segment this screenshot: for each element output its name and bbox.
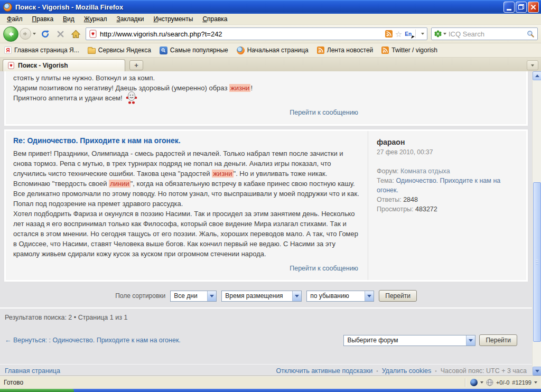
extension-sphere-icon[interactable]: [470, 379, 478, 386]
goto-message-link-2[interactable]: Перейти к сообщению: [290, 265, 358, 272]
menu-history[interactable]: Журнал: [79, 14, 112, 24]
meta-topic: Тема: Одиночество. Приходите к нам на ог…: [377, 176, 521, 195]
menu-view[interactable]: Вид: [58, 14, 79, 24]
bookmark-twitter-vigorish[interactable]: Twitter / vigorish: [381, 46, 437, 54]
post-date: 27 фев 2010, 00:37: [377, 148, 521, 156]
menu-bookmarks[interactable]: Закладки: [112, 14, 149, 24]
search-bar[interactable]: [431, 27, 538, 40]
new-tab-button[interactable]: +: [129, 60, 143, 70]
scrollbar-thumb[interactable]: [533, 182, 541, 342]
footer-delete-cookies-link[interactable]: Удалить cookies: [382, 367, 432, 375]
forward-arrow-icon: [22, 31, 29, 37]
post-counter: #12199: [512, 379, 531, 386]
select-arrow-button[interactable]: [292, 291, 301, 301]
webpage: стоять у плиты не нужно. Воткнул и за ко…: [0, 71, 532, 376]
home-icon: [71, 29, 81, 39]
separator: [465, 378, 465, 387]
topic-link[interactable]: Одиночество. Приходите к нам на огонек.: [377, 177, 500, 194]
post2-body: Re: Одиночество. Приходите к нам на огон…: [6, 131, 368, 280]
bookmark-news-feed[interactable]: Лента новостей: [317, 46, 374, 54]
status-text: Готово: [4, 379, 23, 386]
bookmark-start-page[interactable]: Начальная страница: [237, 46, 309, 54]
post2-sidebar: фараон 27 фев 2010, 00:37 Форум: Комната…: [368, 131, 526, 280]
scroll-up-button[interactable]: [533, 71, 541, 80]
menu-help[interactable]: Справка: [198, 14, 232, 24]
vote-counter: +0/-0: [496, 379, 509, 386]
post2-paragraph-2: Хотел подбодрить Фариза и окунулся в поэ…: [13, 209, 363, 259]
chevron-up-icon: [535, 74, 539, 77]
firefox-icon: [237, 46, 245, 54]
search-go-icon[interactable]: [527, 30, 535, 38]
stop-button[interactable]: [54, 27, 67, 40]
scroll-down-button[interactable]: [533, 367, 541, 376]
return-to-topic-link[interactable]: ← Вернуться: : Одиночество. Приходите к …: [5, 337, 181, 344]
footer-home-link[interactable]: Главная страница: [5, 367, 60, 375]
popular-magnifier-icon: [160, 46, 167, 54]
history-dropdown-caret[interactable]: [33, 33, 36, 35]
urlbar-separator: [415, 30, 416, 38]
goto-message-link-1[interactable]: Перейти к сообщению: [290, 109, 358, 116]
menu-edit[interactable]: Правка: [27, 14, 59, 24]
menu-file[interactable]: Файл: [2, 14, 27, 24]
bookmark-star-icon[interactable]: ☆: [395, 30, 402, 38]
tab-search-vigorish[interactable]: Поиск - Vigorish: [3, 59, 125, 71]
meta-views: Просмотры: 483272: [377, 204, 521, 214]
select-arrow-button[interactable]: [365, 291, 374, 301]
select-arrow-button[interactable]: [466, 335, 475, 346]
url-dropdown-caret[interactable]: [421, 33, 424, 35]
rss-subscribe-icon[interactable]: [385, 30, 393, 38]
vertical-scrollbar[interactable]: [532, 71, 541, 376]
list-all-tabs-button[interactable]: [527, 60, 538, 70]
bookmark-yandex-services[interactable]: Сервисы Яндекса: [88, 46, 151, 54]
forum-link[interactable]: Комната отдыха: [400, 167, 450, 175]
sort-go-button[interactable]: Перейти: [379, 290, 417, 302]
url-bar[interactable]: ☆ En: [86, 27, 427, 40]
minimize-button[interactable]: [503, 2, 515, 13]
forward-button[interactable]: [20, 28, 31, 40]
windows-taskbar-edge: [0, 389, 541, 392]
sort-controls: Поле сортировки Все дни Время размещения…: [0, 285, 532, 307]
globe-icon[interactable]: [486, 379, 493, 386]
restore-button[interactable]: [516, 2, 527, 13]
sort-days-select[interactable]: Все дни: [170, 291, 217, 302]
rss-icon: [317, 46, 324, 54]
footer-disable-hints-link[interactable]: Отключить активные подсказки: [276, 367, 373, 375]
search-input[interactable]: [449, 30, 527, 38]
forum-jump-select[interactable]: Выберите форум: [343, 335, 475, 346]
restore-icon: [518, 4, 524, 10]
bookmarks-toolbar: Я Главная страница Я... Сервисы Яндекса …: [0, 43, 541, 58]
return-row: ← Вернуться: : Одиночество. Приходите к …: [0, 321, 532, 346]
icq-engine-icon[interactable]: [434, 30, 442, 38]
bookmark-most-popular[interactable]: Самые популярные: [160, 46, 228, 54]
post2-paragraph-1: Вем привет! Праздники, Олимпиада - смесь…: [13, 148, 363, 209]
search-engine-caret[interactable]: [443, 33, 446, 35]
tab-title: Поиск - Vigorish: [18, 62, 68, 69]
chevron-down-icon[interactable]: [480, 381, 483, 384]
close-button[interactable]: [528, 2, 539, 13]
footer-timezone: Часовой пояс: UTC + 3 часа: [441, 367, 527, 375]
meta-forum: Форум: Комната отдыха: [377, 166, 521, 176]
post2-title-link[interactable]: Re: Одиночество. Приходите к нам на огон…: [13, 136, 181, 146]
back-button[interactable]: [3, 26, 18, 42]
sort-field-select[interactable]: Время размещения: [221, 291, 302, 302]
post1-line2: Ударим позитивом по негативу! Даешь здор…: [13, 83, 363, 93]
chevron-down-icon: [295, 295, 299, 297]
minimize-icon: [507, 9, 511, 11]
chevron-down-icon[interactable]: [534, 381, 537, 384]
menu-tools[interactable]: Инструменты: [149, 14, 198, 24]
tab-strip: Поиск - Vigorish +: [0, 58, 541, 71]
window-titlebar: Поиск - Vigorish - Mozilla Firefox: [0, 0, 541, 14]
start-button-edge[interactable]: [0, 389, 74, 392]
search-results-count: Результатов поиска: 2 • Страница 1 из 1: [0, 309, 532, 321]
post-author[interactable]: фараон: [377, 138, 521, 146]
select-arrow-button[interactable]: [207, 291, 216, 301]
bookmark-yandex-home[interactable]: Я Главная страница Я...: [4, 46, 79, 54]
url-input[interactable]: [100, 30, 385, 38]
reload-button[interactable]: [39, 27, 51, 40]
yandex-icon: Я: [4, 46, 12, 54]
close-icon: [530, 4, 536, 10]
sort-direction-select[interactable]: по убыванию: [306, 291, 374, 302]
translate-en-icon[interactable]: En: [405, 31, 412, 37]
forum-jump-go-button[interactable]: Перейти: [479, 334, 517, 346]
home-button[interactable]: [69, 27, 82, 40]
